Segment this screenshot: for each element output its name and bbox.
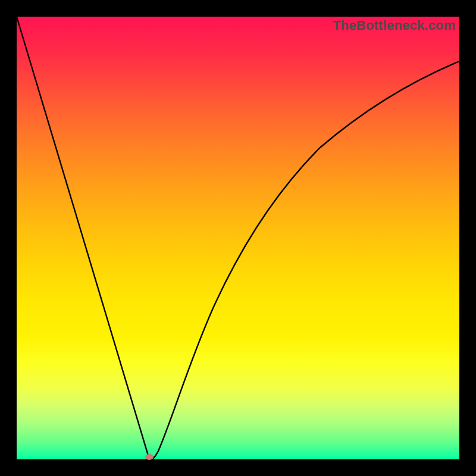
curve-path	[17, 17, 459, 459]
chart-frame: TheBottleneck.com	[0, 0, 476, 476]
bottleneck-curve	[17, 17, 459, 459]
plot-area: TheBottleneck.com	[17, 17, 459, 459]
